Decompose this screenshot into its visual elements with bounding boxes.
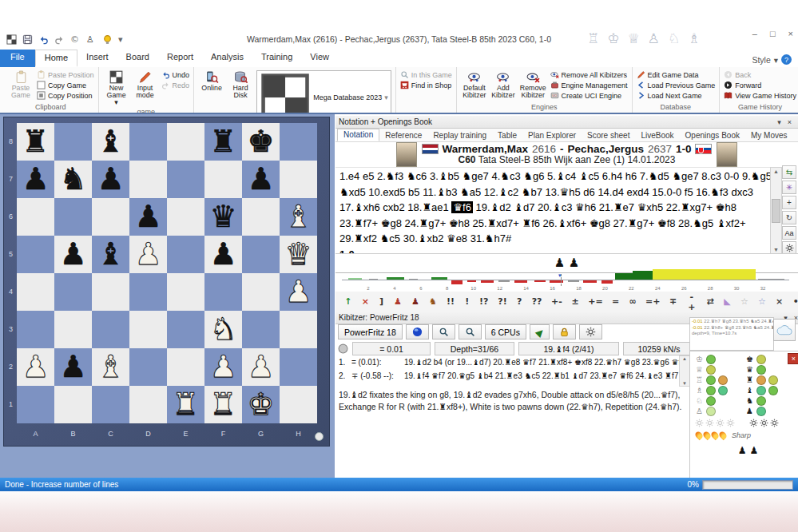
tab-plan-explorer[interactable]: Plan Explorer	[522, 130, 582, 141]
annotation-symbol-button[interactable]: ♟	[407, 294, 423, 309]
annotation-symbol-button[interactable]: ?	[513, 294, 526, 309]
help-icon[interactable]: ?	[781, 54, 792, 65]
panel-close-icon[interactable]: ×	[784, 118, 795, 126]
zoom-in-icon[interactable]	[459, 324, 482, 339]
white-b-piece[interactable]: ♝	[92, 348, 129, 386]
white-p-piece[interactable]: ♟	[17, 348, 54, 386]
edit-game-data-button[interactable]: Edit Game Data	[637, 70, 716, 79]
square-g6[interactable]	[242, 198, 280, 236]
square-c3[interactable]	[92, 311, 129, 348]
annotation-symbol-button[interactable]: ±	[567, 294, 582, 309]
square-d4[interactable]	[129, 273, 167, 311]
new-game-button[interactable]: New Game ▾	[103, 69, 130, 107]
square-h3[interactable]	[280, 311, 317, 348]
panel-menu-icon[interactable]: ▾	[774, 118, 784, 126]
board-options-button[interactable]	[315, 432, 324, 441]
square-h1[interactable]	[280, 386, 317, 423]
copy-icon[interactable]: ©	[69, 33, 82, 46]
pinwheel-icon[interactable]: ✳	[782, 181, 796, 194]
annotation-symbol-button[interactable]: +-	[547, 294, 566, 309]
style-selector[interactable]: Style ▾ ?	[752, 54, 792, 65]
ribbon-tab-report[interactable]: Report	[158, 50, 202, 67]
square-a5[interactable]	[17, 236, 54, 273]
annotation-symbol-button[interactable]: ♟	[390, 294, 406, 309]
engine-management-button[interactable]: Engine Management	[550, 81, 628, 89]
engine-lines-scrollbar[interactable]: ▲ ▼	[679, 355, 690, 387]
tab-replay-training[interactable]: Replay training	[427, 130, 492, 141]
black-r-piece[interactable]: ♜	[17, 123, 54, 161]
annotation-symbol-button[interactable]: ∞	[625, 294, 640, 309]
lock-icon[interactable]	[553, 324, 576, 339]
pawn-icon[interactable]: ♙	[85, 33, 98, 46]
annotation-symbol-button[interactable]: ?!	[494, 294, 510, 309]
annotation-symbol-button[interactable]: ??	[528, 294, 546, 309]
square-b8[interactable]	[54, 123, 92, 161]
close-icon[interactable]: ×	[788, 353, 798, 364]
square-h7[interactable]	[280, 161, 317, 198]
swap-arrows-icon[interactable]: ⇆	[782, 165, 796, 179]
annotation-symbol-button[interactable]: !?	[475, 294, 492, 309]
annotation-symbol-button[interactable]: ×	[772, 294, 787, 309]
square-e6[interactable]	[167, 198, 204, 236]
ribbon-tab-board[interactable]: Board	[117, 50, 158, 67]
tab-livebook[interactable]: LiveBook	[635, 130, 679, 141]
square-g5[interactable]	[242, 236, 280, 273]
black-p-piece[interactable]: ♟	[92, 161, 129, 198]
white-p-piece[interactable]: ♟	[204, 348, 242, 386]
square-d2[interactable]	[129, 348, 167, 386]
square-d8[interactable]	[129, 123, 167, 161]
engine-line[interactable]: 2.∓ (-0.58 --):19.♝f4 ♛f7 20.♛g5 ♝b4 21.…	[335, 369, 679, 383]
save-icon[interactable]	[21, 33, 34, 46]
copy-position-button[interactable]: Copy Position	[37, 91, 94, 100]
add-kibitzer-button[interactable]: Add Kibitzer	[490, 69, 517, 102]
square-g4[interactable]	[242, 273, 280, 311]
remove-kibitzer-button[interactable]: Remove Kibitzer	[518, 69, 548, 102]
square-c1[interactable]	[92, 386, 129, 423]
square-e7[interactable]	[167, 161, 204, 198]
square-f7[interactable]	[204, 161, 242, 198]
annotation-symbol-button[interactable]: !!	[443, 294, 459, 309]
square-c4[interactable]	[92, 273, 129, 311]
default-kibitzer-button[interactable]: Default Kibitzer	[461, 69, 488, 102]
tab-score-sheet[interactable]: Score sheet	[582, 130, 635, 141]
cpu-count-button[interactable]: 6 CPUs	[485, 324, 526, 339]
engine-line[interactable]: 1.= (0.01):19.♝d2 b4 (or 19...♝d7) 20.♜e…	[335, 355, 679, 369]
undo-icon[interactable]	[37, 33, 50, 46]
square-d7[interactable]	[129, 161, 167, 198]
white-k-piece[interactable]: ♚	[242, 386, 280, 423]
square-c6[interactable]	[92, 198, 129, 236]
white-p-piece[interactable]: ♟	[242, 348, 280, 386]
annotation-symbol-button[interactable]: •	[788, 294, 798, 309]
black-r-piece[interactable]: ♜	[204, 123, 242, 161]
square-a6[interactable]	[17, 198, 54, 236]
tab-notation[interactable]: Notation	[337, 129, 379, 141]
black-q-piece[interactable]: ♛	[204, 198, 242, 236]
move-list[interactable]: 1.e4 e5 2.♞f3 ♞c6 3.♝b5 ♞ge7 4.♞c3 ♞g6 5…	[335, 167, 775, 255]
tab-surveys[interactable]: Surveys	[793, 130, 798, 141]
annotation-symbol-button[interactable]: +=	[585, 294, 606, 309]
white-p-piece[interactable]: ♟	[129, 236, 167, 273]
white-q-piece[interactable]: ♛	[280, 236, 317, 273]
annotation-symbol-button[interactable]: ⇄	[702, 294, 717, 309]
maximize-button[interactable]: □	[770, 29, 776, 38]
scroll-up-icon[interactable]: ▲	[682, 356, 687, 361]
cloud-engine-button[interactable]	[773, 319, 796, 341]
annotation-symbol-button[interactable]: ∓	[665, 294, 681, 309]
engine-settings-icon[interactable]	[579, 324, 602, 339]
ribbon-tab-file[interactable]: File	[0, 50, 35, 67]
annotation-symbol-button[interactable]: !	[460, 294, 474, 309]
ribbon-tab-home[interactable]: Home	[35, 50, 77, 67]
square-h2[interactable]	[280, 348, 317, 386]
zoom-out-icon[interactable]	[432, 324, 455, 339]
scroll-thumb[interactable]	[772, 199, 780, 223]
annotation-symbol-button[interactable]: ☆	[754, 294, 770, 309]
forward-button[interactable]: Forward	[724, 81, 796, 89]
square-a1[interactable]	[17, 386, 54, 423]
white-b-piece[interactable]: ♝	[280, 198, 317, 236]
engine-sphere-icon[interactable]	[406, 324, 429, 339]
square-e5[interactable]	[167, 236, 204, 273]
rotate-board-icon[interactable]: ↻	[782, 211, 796, 224]
scroll-up-icon[interactable]: ▲	[773, 168, 779, 176]
ribbon-tab-training[interactable]: Training	[252, 50, 301, 67]
find-in-shop-button[interactable]: Find in Shop	[400, 81, 452, 89]
